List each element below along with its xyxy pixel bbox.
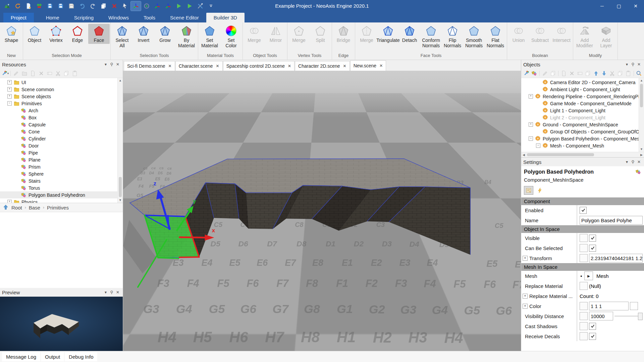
rename-icon[interactable] <box>46 70 53 77</box>
default-value-box[interactable] <box>580 322 588 330</box>
conform-normals-button[interactable]: Conform Normals <box>420 24 442 49</box>
expand-icon[interactable]: + <box>529 122 533 127</box>
tree-item-torus[interactable]: Torus <box>0 184 117 191</box>
viewport-3d[interactable]: C3C4C5C6D3D4D5D6E3E5E6F4F5F6G5H6B5B6B3B4… <box>123 71 521 351</box>
bottom-tab-debug-info[interactable]: Debug Info <box>65 352 97 361</box>
detach-button[interactable]: Detach <box>399 24 420 44</box>
face-button[interactable]: Face <box>88 24 110 44</box>
tree-item-light-1-component-light[interactable]: Light 1 - Component_Light <box>521 107 639 114</box>
minimize-button[interactable]: ─ <box>594 0 610 12</box>
bottom-tab-message-log[interactable]: Message Log <box>2 352 40 361</box>
object-button[interactable]: Object <box>24 24 45 44</box>
by-material-button[interactable]: By Material <box>176 24 197 49</box>
edit-icon[interactable] <box>541 70 548 77</box>
dropdown-icon[interactable]: ▾ <box>624 160 630 164</box>
close-tab-icon[interactable]: ✕ <box>216 64 219 68</box>
checkbox[interactable] <box>589 235 596 242</box>
collapse-icon[interactable]: − <box>7 101 12 106</box>
breadcrumb-item-base[interactable]: Base <box>29 205 40 210</box>
save-as-icon[interactable] <box>56 1 66 11</box>
triangulate-button[interactable]: Triangulate <box>377 24 399 44</box>
expand-icon[interactable]: + <box>523 304 528 309</box>
move-gizmo-icon[interactable] <box>131 1 141 11</box>
slider-handle[interactable] <box>638 313 643 320</box>
toolbar-options-icon[interactable] <box>206 1 216 11</box>
scene-tab-character-scene[interactable]: Character.scene✕ <box>175 61 223 71</box>
new-file-icon[interactable] <box>23 1 34 11</box>
new-resource-icon[interactable] <box>29 70 37 77</box>
select-cursor-icon[interactable] <box>120 1 130 11</box>
edit-icon[interactable] <box>12 70 20 77</box>
cut-icon[interactable] <box>54 70 62 77</box>
expand-icon[interactable]: + <box>7 87 12 92</box>
tree-item-game-mode-component-gamemode[interactable]: Game Mode - Component_GameMode <box>521 100 639 107</box>
split-button[interactable]: Split <box>310 24 331 44</box>
set-color-button[interactable]: Set Color <box>220 24 242 49</box>
add-layer-button[interactable]: Add Layer <box>595 24 617 49</box>
merge-button[interactable]: Merge <box>244 24 265 44</box>
markers-icon[interactable] <box>34 1 44 11</box>
scroll-up-icon[interactable]: ▲ <box>640 78 643 83</box>
breadcrumb-up-icon[interactable] <box>3 204 9 211</box>
neoaxis-logo-icon[interactable] <box>2 1 12 11</box>
edge-button[interactable]: Edge <box>67 24 88 44</box>
preview-3d-view[interactable] <box>0 297 123 352</box>
pin-icon[interactable]: ⚲ <box>630 62 636 67</box>
tree-item-cylinder[interactable]: Cylinder <box>0 135 117 142</box>
color-swatch[interactable] <box>630 302 638 310</box>
value-input[interactable]: 10000 <box>589 312 613 320</box>
delete-icon[interactable] <box>38 70 45 77</box>
rotate-gizmo-icon[interactable] <box>142 1 152 11</box>
tree-item-cone[interactable]: Cone <box>0 128 117 135</box>
checkbox[interactable] <box>589 323 596 330</box>
tree-item-ambient-light-component-light[interactable]: Ambient Light - Component_Light <box>521 86 639 93</box>
scroll-down-icon[interactable]: ▼ <box>119 198 122 203</box>
scene-tab-new-scene[interactable]: New.scene✕ <box>350 60 386 71</box>
search-icon[interactable] <box>636 70 643 77</box>
tree-item-prism[interactable]: Prism <box>0 163 117 170</box>
objects-scrollbar[interactable]: ▲ ▼ <box>639 78 644 152</box>
dropdown-icon[interactable]: ▾ <box>624 62 630 67</box>
objects-hscrollbar[interactable]: ◀ ▶ <box>521 152 644 157</box>
tree-item-arch[interactable]: Arch <box>0 107 117 114</box>
close-button[interactable]: ✕ <box>627 0 644 12</box>
expand-icon[interactable]: + <box>523 256 528 261</box>
events-tab-button[interactable] <box>535 186 545 195</box>
scene-tab-spaceship-control-2d-scene[interactable]: Spaceship control 2D.scene✕ <box>223 61 294 71</box>
tree-item-box[interactable]: Box <box>0 114 117 121</box>
tree-item-mesh-component-mesh[interactable]: −Mesh - Component_Mesh <box>521 142 639 149</box>
default-value-box[interactable] <box>580 282 588 290</box>
merge-button[interactable]: Merge <box>288 24 310 44</box>
mesh-icon[interactable] <box>531 70 538 77</box>
tree-item-physics[interactable]: +Physics <box>0 198 117 203</box>
options-icon[interactable]: ▾ <box>1 70 9 77</box>
dropdown-icon[interactable]: ▾ <box>103 290 109 295</box>
tree-item-ui[interactable]: +UI <box>0 79 117 86</box>
close-tab-icon[interactable]: ✕ <box>288 64 291 68</box>
move-down-icon[interactable] <box>601 70 608 77</box>
save-icon[interactable] <box>45 1 55 11</box>
default-value-box[interactable] <box>580 302 588 310</box>
import-icon[interactable] <box>21 70 28 77</box>
value-input[interactable]: 1 1 1 <box>589 302 629 310</box>
tree-item-sphere[interactable]: Sphere <box>0 170 117 177</box>
refresh-icon[interactable] <box>13 1 23 11</box>
ribbon-tab-windows[interactable]: Windows <box>101 13 136 22</box>
subtract-button[interactable]: Subtract <box>529 24 551 44</box>
tools-icon[interactable] <box>195 1 205 11</box>
tree-item-capsule[interactable]: Capsule <box>0 121 117 128</box>
shape-button[interactable]: Shape <box>1 24 22 44</box>
new-icon[interactable] <box>560 70 567 77</box>
expand-icon[interactable]: + <box>529 94 533 99</box>
tree-item-door[interactable]: Door <box>0 142 117 149</box>
collapse-icon[interactable]: − <box>529 136 533 141</box>
tree-item-scene-common[interactable]: +Scene common <box>0 86 117 93</box>
expand-icon[interactable]: + <box>7 80 12 84</box>
scroll-down-icon[interactable]: ▼ <box>640 147 643 152</box>
close-icon[interactable]: ✕ <box>636 160 642 164</box>
flip-normals-button[interactable]: Flip Normals <box>442 24 463 49</box>
default-value-box[interactable] <box>580 254 588 262</box>
scroll-left-icon[interactable]: ◀ <box>521 153 526 157</box>
expand-icon[interactable]: + <box>7 200 12 203</box>
ribbon-tab-builder-3d[interactable]: Builder 3D <box>206 13 245 22</box>
